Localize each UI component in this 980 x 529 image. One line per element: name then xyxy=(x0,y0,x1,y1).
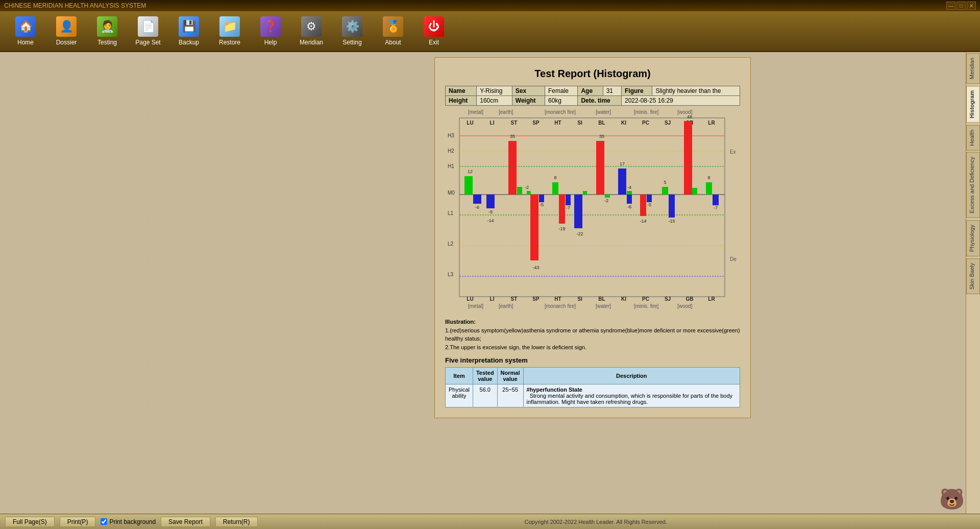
svg-text:-6: -6 xyxy=(475,205,479,210)
full-page-button[interactable]: Full Page(S) xyxy=(5,517,55,527)
minimize-button[interactable]: — xyxy=(946,2,955,10)
toolbar-btn-pageset[interactable]: 📄Page Set xyxy=(128,12,168,51)
print-button[interactable]: Print(P) xyxy=(60,517,96,527)
age-label: Age xyxy=(578,86,603,96)
sidebar-tab-skin[interactable]: Skin Baely xyxy=(966,258,980,294)
window-controls[interactable]: — □ ✕ xyxy=(946,2,976,10)
svg-text:ST: ST xyxy=(511,296,518,302)
setting-label: Setting xyxy=(342,39,361,46)
col-tested: Testedvalue xyxy=(473,368,497,384)
save-report-button[interactable]: Save Report xyxy=(161,517,210,527)
toolbar-btn-restore[interactable]: 📁Restore xyxy=(209,12,250,51)
interp-desc: #hyperfunction State Strong mental activ… xyxy=(523,384,740,407)
svg-text:-4: -4 xyxy=(627,185,631,190)
toolbar-btn-backup[interactable]: 💾Backup xyxy=(168,12,209,51)
toolbar-btn-testing[interactable]: 🧑‍⚕️Testing xyxy=(87,12,128,51)
maximize-button[interactable]: □ xyxy=(957,2,966,10)
meridian-icon: ⚙ xyxy=(301,16,322,37)
print-bg-check[interactable] xyxy=(101,518,107,525)
print-background-checkbox[interactable]: Print background xyxy=(101,518,156,525)
sidebar-tab-meridian[interactable]: Meridian xyxy=(966,53,980,84)
left-panel xyxy=(0,52,219,514)
weight-value: 60kg xyxy=(545,96,577,106)
toolbar-btn-dossier[interactable]: 👤Dossier xyxy=(46,12,87,51)
testing-label: Testing xyxy=(97,39,117,46)
height-label: Height xyxy=(446,96,477,106)
backup-label: Backup xyxy=(179,39,199,46)
svg-text:SP: SP xyxy=(532,296,540,302)
svg-text:[earth]: [earth] xyxy=(499,303,513,309)
about-label: About xyxy=(385,39,401,46)
svg-rect-72 xyxy=(647,195,652,202)
svg-text:-5: -5 xyxy=(540,202,544,207)
sidebar-tab-excess[interactable]: Excess and Deficiency xyxy=(966,152,980,218)
svg-rect-80 xyxy=(692,188,697,195)
svg-text:L1: L1 xyxy=(448,210,454,216)
bottom-buttons: Full Page(S) Print(P) Print background S… xyxy=(5,517,258,527)
svg-text:[minis. fire]: [minis. fire] xyxy=(634,109,659,115)
interp-row-1: Physicalability 56.0 25~55 #hyperfunctio… xyxy=(446,384,740,407)
svg-text:H2: H2 xyxy=(448,148,454,154)
svg-text:GB: GB xyxy=(686,296,694,302)
dete-value: 2022-08-25 16:29 xyxy=(621,96,740,106)
svg-text:-7: -7 xyxy=(714,205,718,210)
svg-text:KI: KI xyxy=(621,120,626,126)
col-description: Description xyxy=(523,368,740,384)
name-value: Y-Rising xyxy=(477,86,512,96)
svg-rect-57 xyxy=(574,195,582,228)
svg-rect-64 xyxy=(618,169,626,195)
weight-label: Weight xyxy=(512,96,545,106)
right-sidebar: Meridian Histogram Health Excess and Def… xyxy=(966,52,980,514)
svg-text:BL: BL xyxy=(598,120,605,126)
toolbar-btn-exit[interactable]: ⏻Exit xyxy=(413,12,454,51)
svg-rect-53 xyxy=(559,195,565,224)
svg-text:-19: -19 xyxy=(558,226,565,231)
svg-rect-66 xyxy=(627,191,632,195)
close-button[interactable]: ✕ xyxy=(967,2,976,10)
report-title: Test Report (Histogram) xyxy=(445,68,740,80)
sidebar-tab-physiology[interactable]: Physiology xyxy=(966,220,980,256)
return-button[interactable]: Return(R) xyxy=(215,517,258,527)
dossier-label: Dossier xyxy=(56,39,77,46)
svg-rect-70 xyxy=(640,195,646,216)
patient-info-table: Name Y-Rising Sex Female Age 31 Figure S… xyxy=(445,86,740,106)
svg-text:Ex: Ex xyxy=(730,149,736,155)
interp-table: Item Testedvalue Normalvalue Description… xyxy=(445,367,740,407)
svg-text:HT: HT xyxy=(554,120,561,126)
figure-value: Slightly heavier than the xyxy=(652,86,740,96)
toolbar-btn-setting[interactable]: ⚙️Setting xyxy=(332,12,373,51)
svg-text:-22: -22 xyxy=(576,231,583,236)
svg-rect-62 xyxy=(605,195,610,198)
svg-text:LI: LI xyxy=(490,296,495,302)
svg-text:35: 35 xyxy=(599,134,604,139)
svg-text:-14: -14 xyxy=(640,219,646,224)
print-bg-label: Print background xyxy=(109,518,156,525)
svg-text:[monarch fire]: [monarch fire] xyxy=(545,303,576,309)
svg-text:[wood]: [wood] xyxy=(677,303,693,309)
svg-text:-14: -14 xyxy=(487,218,494,223)
svg-text:48: 48 xyxy=(687,114,692,119)
toolbar-btn-home[interactable]: 🏠Home xyxy=(5,12,46,51)
sidebar-tab-histogram[interactable]: Histogram xyxy=(966,86,980,123)
titlebar-title: CHINESE MERIDIAN HEALTH ANALYSIS SYSTEM xyxy=(4,2,146,9)
toolbar-btn-help[interactable]: ❓Help xyxy=(250,12,291,51)
svg-text:-6: -6 xyxy=(627,204,631,209)
toolbar-btn-about[interactable]: 🏅About xyxy=(373,12,413,51)
exit-label: Exit xyxy=(429,39,439,46)
sidebar-tab-health[interactable]: Health xyxy=(966,125,980,151)
meridian-label: Meridian xyxy=(300,39,323,46)
copyright-text: Copyright 2002-2022 Health Leader. All R… xyxy=(263,519,929,525)
interp-tested: 56.0 xyxy=(473,384,497,407)
report-container: Test Report (Histogram) Name Y-Rising Se… xyxy=(434,57,751,418)
svg-rect-81 xyxy=(706,182,712,195)
svg-rect-49 xyxy=(527,191,531,195)
svg-text:SJ: SJ xyxy=(665,296,671,302)
center-content[interactable]: Test Report (Histogram) Name Y-Rising Se… xyxy=(219,52,966,514)
toolbar: 🏠Home👤Dossier🧑‍⚕️Testing📄Page Set💾Backup… xyxy=(0,11,980,52)
svg-text:[metal]: [metal] xyxy=(468,109,483,115)
svg-text:KI: KI xyxy=(621,296,626,302)
toolbar-btn-meridian[interactable]: ⚙Meridian xyxy=(291,12,332,51)
histogram-chart: [metal] [earth] [monarch fire] [water] [… xyxy=(445,108,740,314)
name-label: Name xyxy=(446,86,477,96)
figure-label: Figure xyxy=(621,86,652,96)
